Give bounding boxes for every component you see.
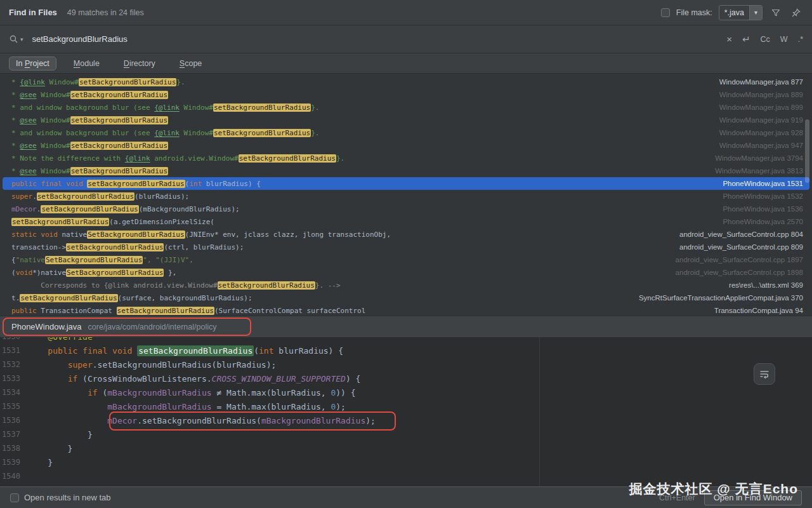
match-summary: 49 matches in 24 files <box>67 8 144 17</box>
code-line: @Override <box>28 337 93 342</box>
result-row[interactable]: * and window background blur (see {@link… <box>3 126 809 139</box>
result-row[interactable]: Corresponds to {@link android.view.Windo… <box>3 279 809 291</box>
match-highlight: setBackgroundBlurRadius <box>70 91 168 99</box>
code-segment: Window# <box>37 142 70 150</box>
result-file-label: android_view_SurfaceControl.cpp 1898 <box>676 269 803 276</box>
editor-line[interactable]: 1539 } <box>0 455 812 469</box>
code-segment: @see <box>20 116 37 124</box>
code-segment: Window# <box>180 104 213 112</box>
regex-toggle[interactable]: .* <box>798 35 803 44</box>
result-row[interactable]: super.setBackgroundBlurRadius(blurRadius… <box>3 190 809 203</box>
result-row[interactable]: {"nativeSetBackgroundBlurRadius", "(JJI)… <box>3 253 809 266</box>
code-segment: (SurfaceControlCompat surfaceControl <box>214 307 365 315</box>
code-segment: {@link <box>125 154 150 163</box>
scope-tab-directory[interactable]: Directory <box>117 57 162 70</box>
result-row[interactable]: * Note the difference with {@link androi… <box>3 152 809 164</box>
result-row[interactable]: mDecor.setBackgroundBlurRadius(mBackgrou… <box>3 203 809 215</box>
pin-icon[interactable] <box>789 6 803 20</box>
code-segment: ( <box>254 346 259 356</box>
code-segment: * <box>11 91 20 99</box>
code-segment: transaction-> <box>11 243 66 251</box>
code-segment: (blurRadius); <box>134 192 189 201</box>
code-segment <box>28 337 48 342</box>
chevron-down-icon[interactable]: ▾ <box>749 5 762 20</box>
code-segment: Window# <box>37 91 70 99</box>
code-segment: Window# <box>37 116 70 124</box>
code-segment: CROSS_WINDOW_BLUR_SUPPORTED <box>212 374 346 384</box>
code-segment: @see <box>20 91 37 99</box>
editor-line[interactable]: 1534 if (mBackgroundBlurRadius ≠ Math.ma… <box>0 385 812 399</box>
code-segment: * Note the difference with <box>11 154 125 163</box>
code-line: super.setBackgroundBlurRadius(blurRadius… <box>28 360 276 370</box>
match-highlight: setBackgroundBlurRadius <box>70 142 168 150</box>
clear-search-icon[interactable]: × <box>726 34 732 44</box>
scope-tab-module[interactable]: Module <box>67 57 107 70</box>
result-file-label: res\res\...\attrs.xml 369 <box>729 281 803 289</box>
result-row[interactable]: * @see Window#setBackgroundBlurRadiusWin… <box>3 139 809 152</box>
code-segment: (a.getDimensionPixelSize( <box>109 218 214 226</box>
code-segment: * and window background blur (see <box>11 129 154 137</box>
code-segment: * and window background blur (see <box>11 104 154 112</box>
result-row[interactable]: * {@link Window#setBackgroundBlurRadius}… <box>3 76 809 88</box>
line-number: 1539 <box>0 458 28 467</box>
code-segment: (CrossWindowBlurListeners. <box>77 374 211 384</box>
editor-line[interactable]: 1531 public final void setBackgroundBlur… <box>0 344 812 358</box>
find-in-files-popup: Find in Files 49 matches in 24 files Fil… <box>0 0 812 508</box>
code-segment: {@link <box>154 104 180 112</box>
match-case-toggle[interactable]: Cc <box>761 35 770 44</box>
result-file-label: SyncRtSurfaceTransactionApplierCompat.ja… <box>639 294 803 302</box>
match-highlight: SetBackgroundBlurRadius <box>45 256 143 264</box>
editor-line[interactable]: 1532 super.setBackgroundBlurRadius(blurR… <box>0 358 812 371</box>
file-mask-checkbox[interactable] <box>661 8 670 17</box>
code-segment: * <box>11 116 20 124</box>
code-segment: * <box>11 167 20 175</box>
search-history-caret-icon[interactable]: ▾ <box>20 36 23 43</box>
result-row[interactable]: public TransactionCompat setBackgroundBl… <box>3 304 809 316</box>
results-scrollbar[interactable] <box>805 119 809 183</box>
result-preview: Corresponds to {@link android.view.Windo… <box>11 281 721 290</box>
line-number: 1535 <box>0 402 28 411</box>
header-right-cluster: File mask: *.java ▾ <box>661 5 803 20</box>
result-row[interactable]: * @see Window#setBackgroundBlurRadiusWin… <box>3 88 809 101</box>
result-row[interactable]: t.setBackgroundBlurRadius(surface, backg… <box>3 291 809 304</box>
scope-tab-in-project[interactable]: In Project <box>9 57 56 70</box>
code-segment: ( <box>11 269 16 277</box>
match-highlight: setBackgroundBlurRadius <box>213 129 311 137</box>
result-row[interactable]: transaction->setBackgroundBlurRadius(ctr… <box>3 241 809 253</box>
result-preview: public final void setBackgroundBlurRadiu… <box>11 180 715 188</box>
soft-wrap-button[interactable] <box>754 363 775 385</box>
code-line: } <box>28 444 72 453</box>
whole-words-toggle[interactable]: W <box>780 35 788 44</box>
result-file-label: PhoneWindow.java 1532 <box>723 192 803 200</box>
result-row[interactable]: * and window background blur (see {@link… <box>3 101 809 114</box>
result-file-label: android_view_SurfaceControl.cpp 1897 <box>676 256 803 264</box>
search-icon <box>9 34 19 44</box>
file-mask-combo[interactable]: *.java ▾ <box>719 5 763 20</box>
match-highlight: setBackgroundBlurRadius <box>11 218 109 226</box>
open-results-label: Open results in new tab <box>24 493 111 502</box>
scope-tab-scope[interactable]: Scope <box>173 57 209 70</box>
editor-line[interactable]: 1538 } <box>0 441 812 455</box>
match-highlight: setBackgroundBlurRadius <box>87 180 185 188</box>
line-number: 1532 <box>0 360 28 369</box>
editor-line[interactable]: 1530 @Override <box>0 337 812 344</box>
result-row[interactable]: static void nativeSetBackgroundBlurRadiu… <box>3 228 809 241</box>
result-row[interactable]: setBackgroundBlurRadius(a.getDimensionPi… <box>3 215 809 228</box>
code-segment: *)native <box>32 269 66 277</box>
insert-newline-icon[interactable]: ↵ <box>742 34 750 45</box>
result-preview: (void*)nativeSetBackgroundBlurRadius }, <box>11 269 668 277</box>
search-input[interactable] <box>32 34 719 44</box>
result-row[interactable]: * @see Window#setBackgroundBlurRadiusWin… <box>3 164 809 177</box>
result-row[interactable]: public final void setBackgroundBlurRadiu… <box>3 177 809 190</box>
code-segment: super <box>68 360 93 370</box>
result-row[interactable]: * @see Window#setBackgroundBlurRadiusWin… <box>3 114 809 126</box>
result-file-label: PhoneWindow.java 1531 <box>723 180 803 187</box>
result-preview: super.setBackgroundBlurRadius(blurRadius… <box>11 192 715 201</box>
result-row[interactable]: (void*)nativeSetBackgroundBlurRadius },a… <box>3 266 809 279</box>
search-icon-group[interactable]: ▾ <box>9 34 23 44</box>
code-segment: @see <box>20 142 37 150</box>
code-segment: } <box>28 430 93 439</box>
editor-line[interactable]: 1533 if (CrossWindowBlurListeners.CROSS_… <box>0 371 812 385</box>
open-results-checkbox[interactable] <box>10 493 19 502</box>
filter-icon[interactable] <box>769 6 783 20</box>
